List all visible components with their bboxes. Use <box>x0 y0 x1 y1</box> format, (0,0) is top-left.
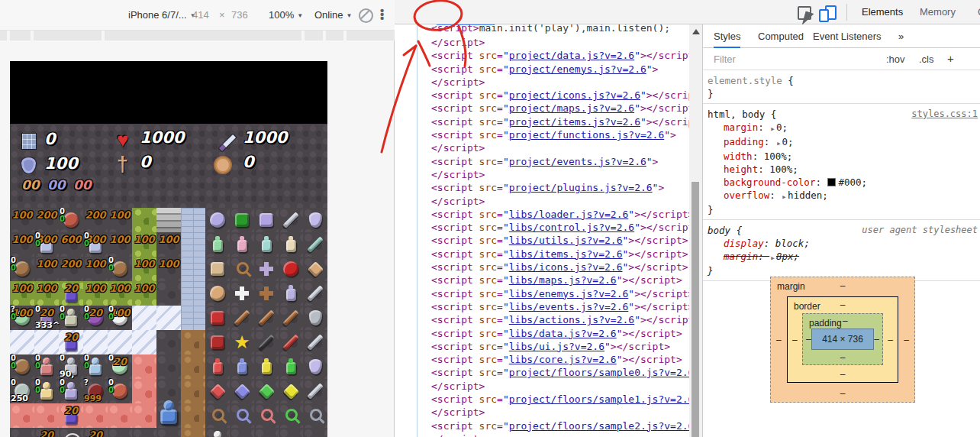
dom-node[interactable]: <script src="libs/ui.js?v=2.6"></script> <box>395 340 677 353</box>
map-tile <box>181 208 205 232</box>
css-property[interactable]: width: 100%; <box>708 150 976 163</box>
elements-panel[interactable]: <script>main.init('play'),main.listen();… <box>395 24 702 437</box>
toggle-class-button[interactable]: .cls <box>919 53 934 65</box>
dom-node[interactable]: <script src="project/functions.js?v=2.6"… <box>395 128 677 141</box>
dom-node[interactable]: <script src="project/items.js?v=2.6"></s… <box>395 115 677 128</box>
map-tile <box>254 257 279 281</box>
scrollbar-thumb[interactable] <box>691 182 699 437</box>
styles-tab-eventlisteners[interactable]: Event Listeners <box>813 31 882 42</box>
device-toolbar: iPhone 6/7/...▼ 414 × 736 100%▼ Online▼ … <box>0 0 395 31</box>
dom-node[interactable]: <script src="project/floors/sample1.js?v… <box>395 393 677 406</box>
map-tile: 20 <box>34 428 59 437</box>
hud-key-count: 00 <box>73 177 92 193</box>
new-style-rule-icon[interactable]: + <box>947 52 954 65</box>
map-tile <box>205 257 230 281</box>
dom-node[interactable]: <script src="project/data.js?v=2.6"></sc… <box>395 49 677 62</box>
box-model-padding[interactable]: padding – – – – 414 × 736 <box>802 313 883 365</box>
script-src-link: libs/control.js?v=2.6 <box>509 222 634 233</box>
dom-node[interactable]: <script src="libs/core.js?v=2.6"></scrip… <box>395 353 677 366</box>
dom-node[interactable]: <script src="project/icons.js?v=2.6"></s… <box>395 89 677 102</box>
dom-node[interactable]: <script src="libs/items.js?v=2.6"></scri… <box>395 248 677 261</box>
map-tile <box>303 330 327 354</box>
pickD-sprite <box>258 334 274 350</box>
filter-input[interactable]: Filter <box>714 53 736 65</box>
rule-source[interactable]: styles.css:1 <box>911 108 978 121</box>
dom-node[interactable]: </script> <box>395 141 677 154</box>
map-tile <box>230 354 254 379</box>
dom-node[interactable]: </script> <box>395 432 677 437</box>
dom-tree[interactable]: <script>main.init('play'),main.listen();… <box>395 24 677 437</box>
dom-node[interactable]: <script src="project/enemys.js?v=2.6"> <box>395 63 677 76</box>
dom-node[interactable]: <script src="libs/control.js?v=2.6"></sc… <box>395 221 677 234</box>
dom-node[interactable]: <script src="libs/icons.js?v=2.6"></scri… <box>395 261 677 274</box>
dom-node[interactable]: </script> <box>395 76 677 89</box>
dom-node[interactable]: </script> <box>395 380 677 393</box>
dom-node[interactable]: </script> <box>395 406 677 419</box>
script-src-link: libs/items.js?v=2.6 <box>509 248 623 260</box>
dom-node[interactable]: <script src="libs/data.js?v=2.6"></scrip… <box>395 327 677 340</box>
dom-node[interactable]: <script src="libs/utils.js?v=2.6"></scri… <box>395 234 677 247</box>
map-tile <box>10 330 34 354</box>
map-tile: 200333^ <box>34 306 59 330</box>
zoom-select[interactable]: 100%▼ <box>269 9 303 21</box>
map-tile <box>132 428 156 437</box>
styles-rules-list[interactable]: element.style {}html, body {styles.css:1… <box>703 70 980 281</box>
style-rule[interactable]: html, body {styles.css:1margin: ▶0;paddi… <box>703 104 980 220</box>
styles-tab-[interactable]: » <box>898 31 904 42</box>
dom-node[interactable]: <script src="project/events.js?v=2.6"> <box>395 155 677 168</box>
box-model-content[interactable]: 414 × 736 <box>811 329 874 350</box>
map-tile: 2000 <box>83 306 108 330</box>
inspect-element-icon[interactable] <box>798 6 811 20</box>
style-rule[interactable]: element.style {} <box>703 70 980 104</box>
rotate-device-icon[interactable] <box>359 8 373 23</box>
dom-node-selected[interactable]: <script>main.init('play'),main.listen(); <box>395 24 677 36</box>
book-sprite <box>211 335 224 349</box>
dom-node[interactable]: </script> <box>395 168 677 181</box>
styles-tab-styles[interactable]: Styles <box>714 31 740 48</box>
potB-sprite <box>237 362 247 374</box>
elements-scrollbar[interactable] <box>689 24 702 437</box>
throttle-select[interactable]: Online▼ <box>314 9 353 21</box>
box-model-border[interactable]: border – – – – padding – – – – 414 × 736 <box>787 296 898 383</box>
dom-node[interactable]: <script src="project/maps.js?v=2.6"></sc… <box>395 102 677 115</box>
dom-node[interactable]: <script src="project/plugins.js?v=2.6"> <box>395 181 677 194</box>
dom-node[interactable]: <script src="libs/enemys.js?v=2.6"></scr… <box>395 287 677 300</box>
css-property[interactable]: margin: ▶0; <box>708 121 976 135</box>
game-canvas[interactable]: 0♥10001000100†00000000 10020000200100100… <box>10 61 327 437</box>
dom-node[interactable]: <script src="libs/actions.js?v=2.6"></sc… <box>395 313 677 326</box>
ghost-sprite <box>65 389 77 400</box>
css-property[interactable]: height: 100%; <box>708 163 976 176</box>
device-toolbar-toggle-icon[interactable] <box>819 5 836 20</box>
box-model-diagram[interactable]: margin – – – – border – – – – padding – … <box>770 277 915 403</box>
tab-memory[interactable]: Memory <box>920 6 956 18</box>
emu-more-options-icon[interactable]: ••• <box>380 8 383 20</box>
scroll-up-arrow-icon[interactable] <box>692 29 700 34</box>
hammer-sprite <box>282 309 298 325</box>
gemR-sprite <box>210 384 226 400</box>
css-property[interactable]: display: block; <box>708 237 976 250</box>
dom-node[interactable]: <script src="libs/loader.js?v=2.6"></scr… <box>395 208 677 221</box>
dom-node[interactable]: </script> <box>395 195 677 208</box>
dom-node[interactable]: <script src="project/floors/sample2.js?v… <box>395 419 677 432</box>
map-tile <box>205 428 230 437</box>
dom-node[interactable]: </script> <box>395 36 677 49</box>
css-property[interactable]: overflow: ▶hidden; <box>708 189 976 203</box>
dom-node[interactable]: <script src="project/floors/sample0.js?v… <box>395 366 677 379</box>
margin-label: margin <box>777 281 805 292</box>
tab-elements[interactable]: Elements <box>862 6 903 18</box>
css-property[interactable]: background-color: #000; <box>708 176 976 189</box>
map-tile <box>156 428 181 437</box>
style-rule[interactable]: body {user agent stylesheetdisplay: bloc… <box>703 220 980 281</box>
device-select[interactable]: iPhone 6/7/...▼ <box>128 9 196 21</box>
device-height-input[interactable]: 736 <box>231 9 248 21</box>
css-property[interactable]: padding: ▶0; <box>708 135 976 150</box>
toggle-pseudo-class-button[interactable]: :hov <box>886 53 905 65</box>
device-width-input[interactable]: 414 <box>192 9 209 21</box>
dom-node[interactable]: <script src="libs/events.js?v=2.6"></scr… <box>395 300 677 313</box>
styles-tab-computed[interactable]: Computed <box>758 31 804 42</box>
map-tile: 100 <box>83 257 108 281</box>
css-property[interactable]: margin: ▶8px; <box>708 250 976 264</box>
hud-stat-value: 100 <box>44 154 78 173</box>
star-sprite: ★ <box>230 330 254 354</box>
dom-node[interactable]: <script src="libs/maps.js?v=2.6"></scrip… <box>395 274 677 286</box>
